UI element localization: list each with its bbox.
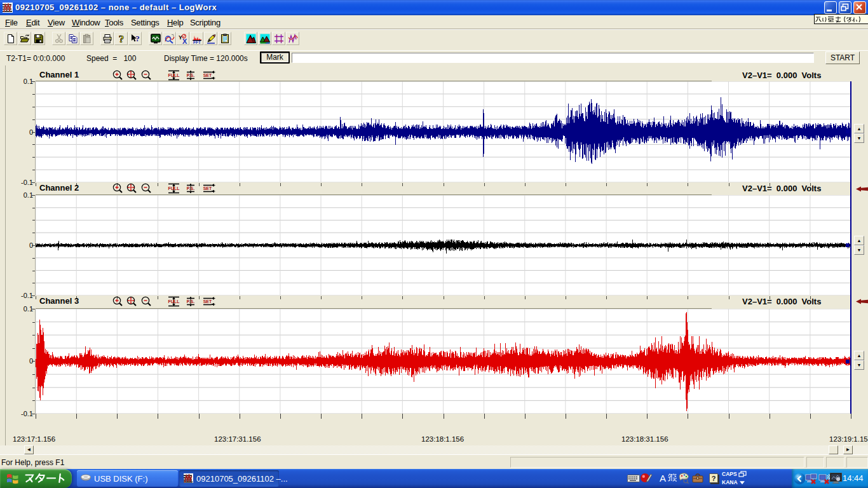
svg-text:P.S.: P.S. [187, 299, 194, 304]
svg-text:FFT: FFT [193, 40, 201, 44]
svg-text:P.S.: P.S. [187, 186, 194, 191]
svg-text:FULL: FULL [168, 73, 180, 78]
svg-text:FULL: FULL [168, 186, 180, 191]
svg-text:P.S.: P.S. [187, 73, 194, 78]
svg-text:X: X [182, 37, 187, 44]
svg-text:?: ? [119, 34, 125, 44]
svg-text:SET: SET [203, 299, 212, 304]
svg-text:?: ? [135, 34, 140, 43]
svg-text:SET: SET [203, 73, 212, 78]
svg-text:FULL: FULL [168, 299, 180, 304]
svg-text:SET: SET [203, 186, 212, 191]
